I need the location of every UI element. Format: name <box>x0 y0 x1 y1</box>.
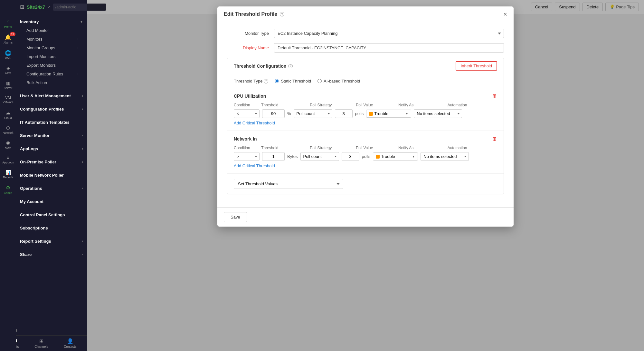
network-in-automation-select[interactable]: No items selected <box>421 152 469 161</box>
cpu-notify-select[interactable]: Trouble ▼ <box>366 110 411 118</box>
applogs-chevron: › <box>82 147 83 151</box>
network-in-add-critical-link[interactable]: Add Critical Threshold <box>234 163 275 168</box>
nav-icon-apm[interactable]: ◈ APM <box>0 63 16 77</box>
network-in-row: > < Bytes Poll count polls <box>234 152 497 161</box>
monitor-type-label: Monitor Type <box>227 31 269 36</box>
reports-icon: 📊 <box>5 170 11 175</box>
nav-icon-vmware[interactable]: VM VMware <box>0 93 16 106</box>
network-in-title: Network In <box>234 136 257 141</box>
cpu-automation-select[interactable]: No items selected <box>414 109 462 118</box>
modal-title: Edit Threshold Profile ? <box>224 11 284 17</box>
set-threshold-select[interactable]: Set Threshold Values <box>234 179 343 189</box>
sidebar-item-monitor-groups[interactable]: Monitor Groups + <box>20 44 83 52</box>
sidebar-section-inventory: Inventory ▼ Add Monitor Monitors + Monit… <box>16 14 87 88</box>
my-account-title[interactable]: My Account <box>20 197 83 206</box>
nav-icon-alarms[interactable]: 🔔 19 Alarms <box>0 32 16 47</box>
config-profiles-title[interactable]: Configuration Profiles › <box>20 105 83 113</box>
user-alert-title[interactable]: User & Alert Management › <box>20 92 83 100</box>
sidebar-item-config-rules[interactable]: Configuration Rules + <box>20 70 83 78</box>
monitor-type-row: Monitor Type EC2 Instance Capacity Plann… <box>227 29 504 38</box>
it-automation-title[interactable]: IT Automation Templates <box>20 118 83 127</box>
cpu-threshold-input[interactable] <box>262 109 285 118</box>
modal-body: Monitor Type EC2 Instance Capacity Plann… <box>217 22 514 207</box>
channels-nav[interactable]: ⊞ Channels <box>34 338 48 348</box>
sidebar-section-my-account: My Account <box>16 194 87 207</box>
network-in-unit-label: Bytes <box>287 154 298 159</box>
inherit-threshold-button[interactable]: Inherit Threshold <box>456 61 497 71</box>
notify-chevron-cpu: ▼ <box>405 112 408 115</box>
on-premise-title[interactable]: On-Premise Poller › <box>20 158 83 166</box>
cpu-utilization-title: CPU Utilization <box>234 93 266 99</box>
config-profiles-chevron: › <box>82 107 83 111</box>
display-name-input[interactable] <box>274 43 504 53</box>
nav-icon-web[interactable]: 🌐 Web <box>0 47 16 63</box>
sidebar-item-bulk-action[interactable]: Bulk Action <box>20 78 83 87</box>
nav-icon-admin[interactable]: ⚙ Admin <box>0 182 16 197</box>
network-in-block: Network In 🗑 Condition Threshold Poll St… <box>227 131 504 174</box>
network-in-condition-select[interactable]: > < <box>234 152 260 161</box>
save-button[interactable]: Save <box>224 212 247 222</box>
applogs-icon: ≡ <box>7 155 9 160</box>
share-title[interactable]: Share › <box>20 250 83 259</box>
subscriptions-title[interactable]: Subscriptions <box>20 224 83 232</box>
sidebar-section-mobile-network: Mobile Network Poller <box>16 168 87 181</box>
network-in-threshold-input[interactable] <box>262 152 285 161</box>
nav-icon-cloud[interactable]: ☁ Cloud <box>0 107 16 122</box>
ai-threshold-option[interactable]: AI-based Threshold <box>317 79 360 83</box>
operations-title[interactable]: Operations › <box>20 184 83 193</box>
nav-icon-reports[interactable]: 📊 Reports <box>0 167 16 181</box>
web-icon: 🌐 <box>5 50 11 56</box>
sidebar-item-import-monitors[interactable]: Import Monitors <box>20 52 83 61</box>
cpu-utilization-block: CPU Utilization 🗑 Condition Threshold Po… <box>227 88 504 131</box>
threshold-config-info-icon[interactable]: ? <box>288 64 293 68</box>
admin-icon: ⚙ <box>6 185 10 191</box>
sidebar-section-applogs: AppLogs › <box>16 141 87 154</box>
nav-icon-rum[interactable]: ◉ RUM <box>0 138 16 152</box>
nav-icon-server[interactable]: ▦ Server <box>0 78 16 92</box>
modal-close-button[interactable]: × <box>503 11 507 17</box>
sidebar-section-subscriptions: Subscriptions <box>16 220 87 234</box>
network-icon: ⬡ <box>6 125 10 131</box>
cpu-poll-value-input[interactable] <box>335 109 353 118</box>
sidebar-item-add-monitor[interactable]: Add Monitor <box>20 26 83 35</box>
cpu-delete-icon[interactable]: 🗑 <box>492 93 497 99</box>
modal-title-info-icon[interactable]: ? <box>280 12 284 16</box>
cpu-poll-unit-label: polls <box>355 111 364 116</box>
threshold-config-header: Threshold Configuration ? Inherit Thresh… <box>227 58 504 74</box>
threshold-type-info-icon[interactable]: ? <box>264 79 268 83</box>
threshold-config-section: Threshold Configuration ? Inherit Thresh… <box>227 58 504 194</box>
cpu-poll-strategy-select[interactable]: Poll count <box>294 109 332 118</box>
cpu-condition-select[interactable]: < > <box>234 109 260 118</box>
nav-icon-home[interactable]: ⌂ Home <box>0 16 16 31</box>
sidebar-item-monitors[interactable]: Monitors + <box>20 35 83 44</box>
network-in-notify-label: Trouble <box>381 154 395 159</box>
sidebar-section-share: Share › <box>16 247 87 260</box>
contacts-nav[interactable]: 👤 Contacts <box>64 338 76 348</box>
inventory-section-title[interactable]: Inventory ▼ <box>20 17 83 26</box>
report-settings-title[interactable]: Report Settings › <box>20 237 83 246</box>
trouble-dot-network <box>376 155 380 159</box>
nav-icon-network[interactable]: ⬡ Network <box>0 123 16 137</box>
network-in-poll-value-input[interactable] <box>342 152 359 161</box>
sidebar-section-control-panel: Control Panel Settings <box>16 207 87 220</box>
control-panel-title[interactable]: Control Panel Settings <box>20 210 83 219</box>
cpu-add-critical-link[interactable]: Add Critical Threshold <box>234 121 275 125</box>
sidebar-item-export-monitors[interactable]: Export Monitors <box>20 61 83 70</box>
applogs-title[interactable]: AppLogs › <box>20 144 83 153</box>
cloud-icon: ☁ <box>5 110 11 116</box>
monitor-type-select[interactable]: EC2 Instance Capacity Planning <box>274 29 504 38</box>
static-threshold-option[interactable]: Static Threshold <box>275 79 311 83</box>
server-monitor-chevron: › <box>82 134 83 137</box>
user-alert-chevron: › <box>82 94 83 98</box>
mobile-network-title[interactable]: Mobile Network Poller <box>20 171 83 180</box>
network-in-poll-strategy-select[interactable]: Poll count <box>300 152 339 161</box>
network-in-columns: Condition Threshold Poll Strategy Poll V… <box>234 146 497 150</box>
plus-icon-groups: + <box>77 45 79 50</box>
trouble-dot-cpu <box>369 112 373 116</box>
network-in-delete-icon[interactable]: 🗑 <box>492 136 497 142</box>
sidebar-nav-icons: ⌂ Home 🔔 19 Alarms 🌐 Web ◈ APM ▦ Server … <box>0 0 16 351</box>
app-logo: Site24x7 <box>27 5 45 10</box>
server-monitor-title[interactable]: Server Monitor › <box>20 131 83 140</box>
network-in-notify-select[interactable]: Trouble ▼ <box>373 152 418 161</box>
nav-icon-applogs[interactable]: ≡ AppLogs <box>0 152 16 167</box>
